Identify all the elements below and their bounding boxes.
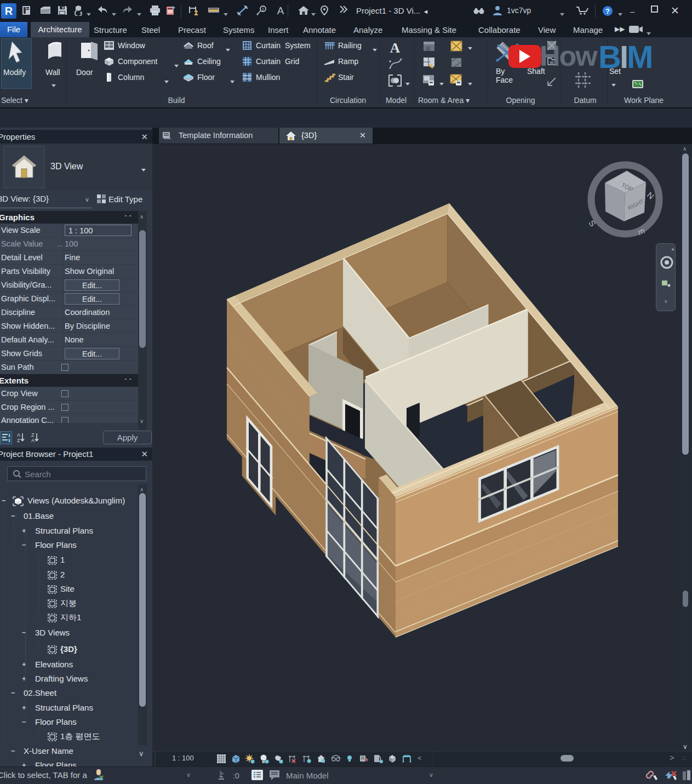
svg-text:N: N <box>645 190 656 201</box>
svg-text:S: S <box>587 218 598 228</box>
